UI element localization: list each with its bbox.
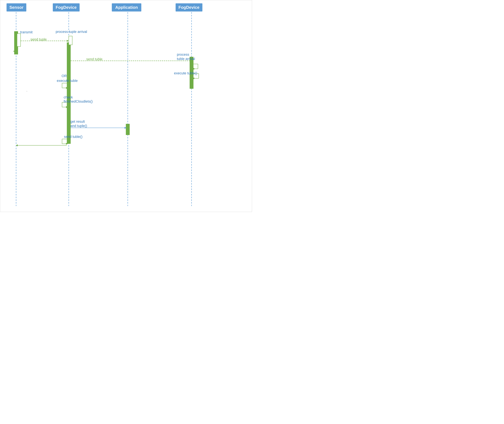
svg-marker-40 [16, 144, 18, 146]
actor-application: Application [112, 3, 141, 12]
svg-marker-34 [125, 127, 126, 129]
svg-marker-38 [66, 143, 68, 145]
label-execute-tuble: execute tuble [57, 79, 78, 83]
diagram-container: Sensor FogDevice Application FogDevice t… [0, 0, 252, 212]
label-get-result: get result [70, 119, 85, 124]
actor-fogdevice2: FogDevice [176, 3, 203, 12]
label-and-tuple: and tuple() [70, 124, 87, 128]
svg-rect-11 [69, 36, 72, 45]
svg-rect-5 [17, 34, 21, 46]
label-send-tuple: send tuple [31, 37, 47, 42]
svg-rect-10 [67, 43, 71, 138]
label-finished-cloudlets: finishedCloudlets() [64, 100, 93, 104]
svg-marker-7 [67, 40, 69, 42]
svg-rect-31 [67, 112, 71, 144]
label-check: check [64, 95, 73, 100]
label-transmit: transmit [20, 30, 32, 34]
actor-fogdevice1: FogDevice [53, 3, 80, 12]
svg-marker-18 [192, 68, 194, 70]
svg-rect-4 [14, 31, 18, 54]
svg-marker-22 [192, 77, 194, 79]
svg-marker-9 [13, 50, 15, 52]
label-execute-tuble-fogdevice2: execute tuble() [174, 71, 197, 75]
svg-rect-32 [126, 124, 130, 135]
dot-marker: · [26, 89, 27, 93]
actor-sensor: Sensor [6, 3, 26, 12]
svg-marker-30 [66, 106, 68, 108]
label-send-tuble: send tuble [86, 57, 103, 61]
label-tuble-arrival: tuble arrival [177, 57, 195, 61]
label-process-tuple-arrival: process tuple arrival [56, 30, 87, 34]
arrows-svg [0, 0, 252, 212]
label-process-top: process [177, 52, 189, 57]
svg-marker-26 [66, 87, 68, 89]
label-send-tuble-fn: send tuble() [64, 135, 82, 139]
label-or: OR [61, 74, 67, 78]
